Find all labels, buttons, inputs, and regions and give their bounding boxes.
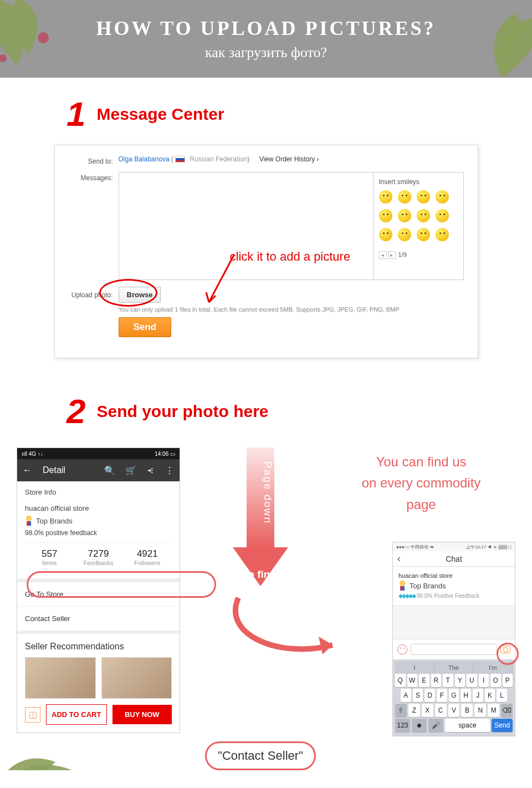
goto-store-link[interactable]: Go To Store — [17, 582, 180, 606]
key-send[interactable]: Send — [492, 719, 513, 732]
send-button[interactable]: Send — [119, 317, 172, 337]
key-U[interactable]: U — [467, 674, 477, 687]
phone-chat-mockup: ●●●○○ 中国移动 ⇆上午10:17 ◀ ⚹ ▦▦ ▢ ‹Chat huaca… — [392, 542, 515, 770]
to-find-label: to find — [244, 568, 277, 581]
smileys-title: Insert smileys — [379, 178, 458, 186]
store-icon[interactable]: ◫ — [25, 707, 40, 723]
key-F[interactable]: F — [437, 689, 447, 702]
key-R[interactable]: R — [431, 674, 442, 687]
step1-title: Message Center — [96, 105, 224, 124]
key-X[interactable]: X — [422, 704, 433, 717]
key-G[interactable]: G — [449, 689, 459, 702]
key-⌫[interactable]: ⌫ — [501, 704, 513, 717]
suggestion[interactable]: The — [434, 662, 474, 674]
recipient-country: Russian Federation — [190, 155, 247, 163]
phone-statusbar: ııll 4G ↑↓ 14:06 ▭ — [17, 448, 180, 459]
store-name: huacan official store — [25, 504, 172, 512]
key-L[interactable]: L — [497, 689, 507, 702]
appbar-title: Detail — [43, 465, 94, 475]
recipient-name[interactable]: Olga Balabanova — [119, 155, 170, 163]
key-Y[interactable]: Y — [455, 674, 466, 687]
key-space[interactable]: space — [445, 719, 490, 732]
smiley-icon[interactable] — [436, 190, 449, 204]
smiley-icon[interactable] — [379, 228, 392, 241]
suggestion[interactable]: I — [395, 662, 434, 674]
smiley-icon[interactable] — [436, 228, 449, 241]
smiley-icon[interactable] — [398, 209, 411, 222]
key-K[interactable]: K — [485, 689, 495, 702]
rec-product-thumb[interactable] — [25, 657, 96, 699]
contact-seller-pill: "Contact Seller" — [205, 741, 316, 770]
view-order-history-link[interactable]: View Order History › — [259, 155, 319, 163]
buy-now-button[interactable]: BUY NOW — [112, 705, 172, 724]
key-Z[interactable]: Z — [408, 704, 420, 717]
back-icon[interactable]: ← — [23, 465, 32, 475]
key-A[interactable]: A — [401, 689, 411, 702]
key-M[interactable]: M — [488, 704, 499, 717]
emoji-icon[interactable] — [397, 644, 407, 654]
more-icon[interactable]: ⋮ — [165, 465, 174, 476]
key-C[interactable]: C — [435, 704, 447, 717]
keyboard: I The I'm QWERTYUIOP ASDFGHJKL ⇧ZXCVBNM⌫… — [393, 659, 515, 736]
step2-title: Send your photo here — [96, 402, 268, 421]
upload-hint: You can only upload 1 files in total. Ea… — [119, 306, 400, 313]
add-to-cart-button[interactable]: ADD TO CART — [46, 704, 107, 725]
key-B[interactable]: B — [461, 704, 473, 717]
key-V[interactable]: V — [448, 704, 460, 717]
share-icon[interactable]: ⪪ — [146, 465, 155, 475]
key-W[interactable]: W — [407, 674, 418, 687]
smiley-icon[interactable] — [417, 190, 430, 204]
rec-product-thumb[interactable] — [101, 657, 172, 699]
smiley-icon[interactable] — [436, 209, 449, 222]
key-D[interactable]: D — [424, 689, 435, 702]
pager-prev[interactable]: ◂ — [379, 251, 387, 259]
feedback-text: 98.0% positive feedback — [25, 529, 172, 537]
key-H[interactable]: H — [461, 689, 471, 702]
store-info-label: Store Info — [25, 488, 172, 496]
cart-icon[interactable]: 🛒 — [125, 465, 136, 476]
step2-number: 2 — [66, 392, 85, 431]
page-down-label: Page down — [246, 461, 274, 524]
browse-button[interactable]: Browse — [119, 287, 161, 303]
back-icon[interactable]: ‹ — [397, 553, 401, 565]
smiley-icon[interactable] — [379, 209, 392, 222]
key-O[interactable]: O — [490, 674, 501, 687]
key-emoji[interactable]: ☻ — [412, 719, 427, 732]
pager-next[interactable]: ▸ — [388, 251, 396, 259]
key-T[interactable]: T — [443, 674, 453, 687]
key-N[interactable]: N — [474, 704, 486, 717]
banner-subtitle: как загрузить фото? — [0, 44, 532, 61]
banner-title: HOW TO UPLOAD PICTURES? — [0, 17, 532, 40]
find-us-text: You can find uson every commodity page — [349, 451, 493, 515]
contact-seller-link[interactable]: Contact Seller — [17, 606, 180, 631]
medal-icon — [25, 516, 33, 526]
flag-russia-icon — [175, 156, 185, 162]
key-⇧[interactable]: ⇧ — [395, 704, 407, 717]
key-I[interactable]: I — [479, 674, 489, 687]
smiley-icon[interactable] — [417, 228, 430, 241]
diamonds-icon: ◆◆◆◆◆ — [398, 592, 415, 599]
medal-icon — [398, 581, 406, 591]
key-S[interactable]: S — [413, 689, 423, 702]
smiley-icon[interactable] — [417, 209, 430, 222]
key-123[interactable]: 123 — [395, 719, 410, 732]
step1-number: 1 — [66, 94, 85, 134]
key-P[interactable]: P — [503, 674, 513, 687]
key-Q[interactable]: Q — [395, 674, 406, 687]
key-E[interactable]: E — [419, 674, 429, 687]
stat-items[interactable]: 557items — [25, 543, 74, 572]
key-J[interactable]: J — [473, 689, 483, 702]
upload-label: Upload photo: — [66, 287, 119, 337]
stat-followers[interactable]: 4921Followers — [123, 543, 172, 572]
stat-feedbacks[interactable]: 7279Feedbacks — [74, 543, 122, 572]
smiley-icon[interactable] — [398, 190, 411, 204]
smiley-icon[interactable] — [398, 228, 411, 241]
annotation-click-to-add: click it to add a picture — [230, 250, 351, 264]
message-center-panel: Send to: Olga Balabanova ( Russian Feder… — [54, 145, 478, 358]
highlight-circle-camera — [497, 643, 519, 665]
middle-guide: Page down to find "Contact Seller" — [197, 448, 324, 770]
key-mic[interactable]: 🎤 — [428, 719, 443, 732]
chat-input-field[interactable] — [411, 644, 497, 655]
smiley-icon[interactable] — [379, 190, 392, 204]
search-icon[interactable]: 🔍 — [104, 465, 115, 476]
